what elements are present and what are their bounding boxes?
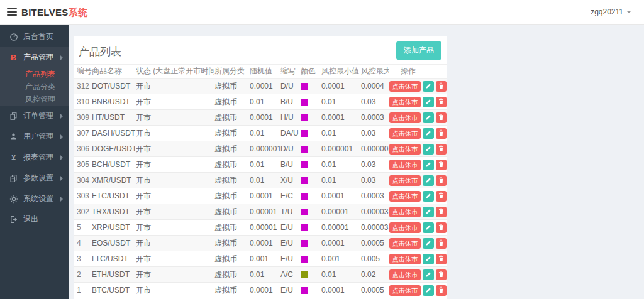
logout-icon: [8, 215, 19, 224]
delete-button[interactable]: [436, 285, 447, 296]
cell-risk-max: 0.000003: [361, 141, 389, 157]
table-row: 304XMR/USDT开市虚拟币0.01X/U0.010.03点击休市: [74, 173, 447, 188]
cell-risk-min: 0.0001: [321, 110, 361, 126]
edit-button[interactable]: [423, 254, 434, 264]
cell-category: 虚拟币: [214, 283, 250, 298]
user-dropdown[interactable]: zgq20211: [591, 8, 631, 16]
delete-button[interactable]: [436, 222, 447, 233]
close-market-button[interactable]: 点击休市: [389, 160, 421, 170]
edit-button[interactable]: [423, 269, 434, 280]
delete-button[interactable]: [436, 254, 447, 264]
delete-button[interactable]: [436, 160, 447, 170]
edit-button[interactable]: [423, 285, 434, 296]
sidebar-item-label: 报表管理: [23, 152, 53, 163]
edit-button[interactable]: [423, 97, 434, 107]
close-market-button[interactable]: 点击休市: [389, 238, 421, 249]
cell-abbreviation: D/U: [280, 141, 301, 157]
column-header: 颜色: [301, 65, 321, 79]
delete-button[interactable]: [436, 207, 447, 217]
delete-button[interactable]: [436, 112, 447, 123]
close-market-button[interactable]: 点击休市: [389, 207, 421, 217]
edit-button[interactable]: [423, 207, 434, 217]
trash-icon: [438, 239, 444, 248]
delete-button[interactable]: [436, 238, 447, 249]
close-market-button[interactable]: 点击休市: [389, 144, 421, 155]
cell-risk-min: 0.01: [321, 157, 361, 173]
sidebar-subitem-2[interactable]: 风控管理: [0, 93, 69, 106]
table-row: 3LTC/USDT开市虚拟币0.001E/U0.0010.005点击休市: [74, 251, 447, 267]
edit-button[interactable]: [423, 128, 434, 139]
close-market-button[interactable]: 点击休市: [389, 269, 421, 280]
close-market-button[interactable]: 点击休市: [389, 97, 421, 107]
delete-button[interactable]: [436, 144, 447, 155]
edit-button[interactable]: [423, 238, 434, 249]
cell-color: [301, 220, 321, 236]
cell-id: 5: [74, 220, 92, 236]
cell-risk-min: 0.01: [321, 94, 361, 110]
close-market-button[interactable]: 点击休市: [389, 81, 421, 92]
sidebar-subitem-1[interactable]: 产品分类: [0, 80, 69, 93]
cell-color: [301, 267, 321, 283]
cell-abbreviation: B/U: [280, 94, 301, 110]
pencil-icon: [425, 113, 431, 122]
hamburger-icon[interactable]: [7, 8, 17, 16]
cell-id: 3: [74, 251, 92, 267]
cell-random-value: 0.0001: [250, 236, 280, 251]
close-market-button[interactable]: 点击休市: [389, 191, 421, 202]
sidebar-item-5[interactable]: 参数设置: [0, 168, 69, 188]
add-product-button[interactable]: 添加产品: [396, 41, 441, 60]
sidebar-item-1[interactable]: Ƀ产品管理: [0, 47, 69, 68]
cell-risk-max: 0.02: [361, 267, 389, 283]
trash-icon: [438, 223, 444, 232]
edit-button[interactable]: [423, 112, 434, 123]
cell-actions: 点击休市: [389, 157, 447, 173]
column-header: 缩写: [280, 65, 301, 79]
sidebar-item-6[interactable]: 系统设置: [0, 188, 69, 209]
edit-button[interactable]: [423, 222, 434, 233]
delete-button[interactable]: [436, 128, 447, 139]
edit-button[interactable]: [423, 160, 434, 170]
pencil-icon: [425, 254, 431, 264]
pencil-icon: [425, 192, 431, 201]
sidebar-subitem-0[interactable]: 产品列表: [0, 68, 69, 80]
close-market-button[interactable]: 点击休市: [389, 254, 421, 264]
sidebar-item-7[interactable]: 退出: [0, 209, 69, 230]
sidebar-item-3[interactable]: 用户管理: [0, 126, 69, 147]
cell-actions: 点击休市: [389, 267, 447, 283]
edit-button[interactable]: [423, 191, 434, 202]
orders-icon: [8, 112, 19, 121]
close-market-button[interactable]: 点击休市: [389, 222, 421, 233]
close-market-button[interactable]: 点击休市: [389, 175, 421, 186]
edit-button[interactable]: [423, 144, 434, 155]
delete-button[interactable]: [436, 191, 447, 202]
color-swatch: [301, 256, 308, 263]
cell-actions: 点击休市: [389, 94, 447, 110]
trash-icon: [438, 254, 444, 264]
cell-risk-min: 0.0001: [321, 188, 361, 204]
sidebar-item-2[interactable]: 订单管理: [0, 106, 69, 126]
sidebar-item-4[interactable]: ¥报表管理: [0, 147, 69, 168]
edit-button[interactable]: [423, 81, 434, 92]
delete-button[interactable]: [436, 97, 447, 107]
close-market-button[interactable]: 点击休市: [389, 285, 421, 296]
delete-button[interactable]: [436, 269, 447, 280]
close-market-button[interactable]: 点击休市: [389, 128, 421, 139]
cell-risk-max: 0.0003: [361, 188, 389, 204]
page-title: 产品列表: [79, 45, 121, 59]
delete-button[interactable]: [436, 81, 447, 92]
cell-risk-min: 0.00001: [321, 204, 361, 220]
sidebar-item-0[interactable]: 后台首页: [0, 26, 69, 47]
panel-header: 产品列表 添加产品: [74, 36, 447, 64]
table-row: 306DOGE/USDT开市虚拟币0.000001D/U0.0000010.00…: [74, 141, 447, 157]
edit-button[interactable]: [423, 175, 434, 186]
pencil-icon: [425, 239, 431, 248]
close-market-button[interactable]: 点击休市: [389, 112, 421, 123]
cell-product-name: TRX/USDT: [92, 204, 136, 220]
delete-button[interactable]: [436, 175, 447, 186]
cell-actions: 点击休市: [389, 204, 447, 220]
product-list-panel: 产品列表 添加产品 编号商品名称状态 (大盘正常开市时间内)所属分类随机值缩写颜…: [74, 36, 447, 299]
cell-status: 开市: [136, 188, 214, 204]
color-swatch: [301, 161, 308, 168]
cell-abbreviation: DA/U: [280, 126, 301, 141]
cell-random-value: 0.01: [250, 157, 280, 173]
